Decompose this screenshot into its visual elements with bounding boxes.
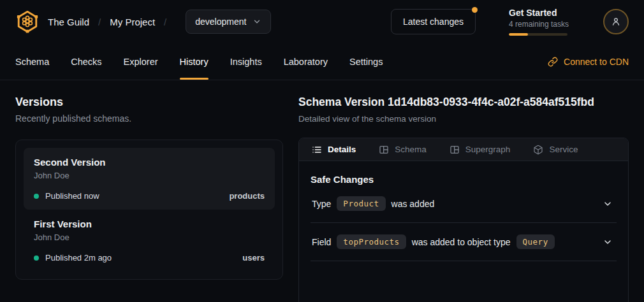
get-started-title: Get Started <box>509 8 573 18</box>
breadcrumb-org[interactable]: The Guild <box>48 17 89 27</box>
connect-to-cdn-label: Connect to CDN <box>564 57 629 67</box>
tab-schema[interactable]: Schema <box>15 43 49 80</box>
change-suffix: was added <box>392 199 435 209</box>
tab-settings[interactable]: Settings <box>349 43 383 80</box>
user-avatar[interactable] <box>603 9 629 34</box>
tab-history[interactable]: History <box>180 43 209 80</box>
detail-tab-label: Service <box>549 145 578 154</box>
version-footer: Published 2m ago users <box>34 253 265 262</box>
published-status-dot <box>34 255 39 261</box>
version-service: users <box>242 253 265 262</box>
breadcrumb-separator: / <box>164 17 166 27</box>
tab-insights[interactable]: Insights <box>230 43 262 80</box>
version-status: Published 2m ago <box>45 253 112 262</box>
schema-version-column: Schema Version 1d14db83-0933-4f4c-a02f-a… <box>298 96 629 302</box>
chevron-down-icon <box>252 17 261 26</box>
get-started-progressbar <box>509 33 567 36</box>
target-selector-value: development <box>195 17 246 27</box>
connect-to-cdn-link[interactable]: Connect to CDN <box>548 43 629 80</box>
get-started-subtitle: 4 remaining tasks <box>509 20 573 29</box>
breadcrumb-project[interactable]: My Project <box>110 17 155 27</box>
version-author: John Doe <box>34 171 265 180</box>
notification-dot <box>472 7 478 13</box>
target-selector-dropdown[interactable]: development <box>186 10 271 34</box>
header-right: Latest changes Get Started 4 remaining t… <box>391 8 629 36</box>
version-card-first[interactable]: First Version John Doe Published 2m ago … <box>24 210 275 271</box>
versions-list: Second Version John Doe Published now pr… <box>15 140 283 280</box>
app-header: The Guild / My Project / development Lat… <box>0 0 644 43</box>
detail-tab-label: Supergraph <box>465 145 511 154</box>
safe-changes-heading: Safe Changes <box>311 174 617 185</box>
detail-tab-schema[interactable]: Schema <box>379 145 427 155</box>
versions-subtitle: Recently published schemas. <box>15 113 283 124</box>
version-footer: Published now products <box>34 191 265 201</box>
change-prefix: Type <box>312 199 331 209</box>
tab-laboratory[interactable]: Laboratory <box>284 43 328 80</box>
detail-content: Safe Changes Type Product was added Fiel… <box>299 161 628 261</box>
project-nav: Schema Checks Explorer History Insights … <box>0 43 644 80</box>
hive-logo-icon[interactable] <box>15 10 40 34</box>
chevron-down-icon[interactable] <box>603 237 615 247</box>
breadcrumb-separator: / <box>98 17 101 27</box>
nav-tabs: Schema Checks Explorer History Insights … <box>15 43 383 80</box>
get-started-widget[interactable]: Get Started 4 remaining tasks <box>509 8 573 36</box>
schema-version-detail-panel: Details Schema Sup <box>298 138 629 302</box>
detail-tab-service[interactable]: Service <box>533 145 578 155</box>
person-icon <box>610 16 622 27</box>
version-service: products <box>229 191 265 201</box>
published-status-dot <box>34 194 39 199</box>
columns-icon <box>379 145 389 155</box>
version-status: Published now <box>45 191 99 201</box>
versions-title: Versions <box>15 96 283 109</box>
detail-tab-label: Schema <box>395 145 427 154</box>
change-prefix: Field <box>312 237 331 247</box>
change-middle: was added to object type <box>412 237 511 247</box>
tab-checks[interactable]: Checks <box>71 43 101 80</box>
detail-tab-details[interactable]: Details <box>312 145 356 155</box>
version-name: First Version <box>34 219 265 229</box>
change-row-field-added[interactable]: Field topProducts was added to object ty… <box>311 223 617 261</box>
schema-version-subtitle: Detailed view of the schema version <box>298 114 629 124</box>
detail-tab-label: Details <box>328 145 356 154</box>
schema-version-title: Schema Version 1d14db83-0933-4f4c-a02f-a… <box>298 96 629 109</box>
version-name: Second Version <box>34 157 265 168</box>
list-icon <box>312 145 322 155</box>
version-author: John Doe <box>34 233 265 242</box>
versions-column: Versions Recently published schemas. Sec… <box>15 96 283 302</box>
latest-changes-button[interactable]: Latest changes <box>391 9 476 34</box>
cube-icon <box>533 145 543 155</box>
change-row-type-added[interactable]: Type Product was added <box>311 185 617 223</box>
get-started-progress-fill <box>509 33 528 36</box>
main-content: Versions Recently published schemas. Sec… <box>0 80 644 302</box>
code-chip: Product <box>337 196 385 211</box>
tab-explorer[interactable]: Explorer <box>124 43 158 80</box>
detail-tab-supergraph[interactable]: Supergraph <box>450 145 511 155</box>
latest-changes-label: Latest changes <box>403 17 464 27</box>
chevron-down-icon[interactable] <box>603 199 615 209</box>
detail-tabs: Details Schema Sup <box>299 138 628 161</box>
code-chip: topProducts <box>337 234 406 249</box>
version-card-second[interactable]: Second Version John Doe Published now pr… <box>24 148 275 210</box>
link-icon <box>548 57 558 67</box>
columns-icon <box>450 145 460 155</box>
code-chip: Query <box>516 234 555 249</box>
